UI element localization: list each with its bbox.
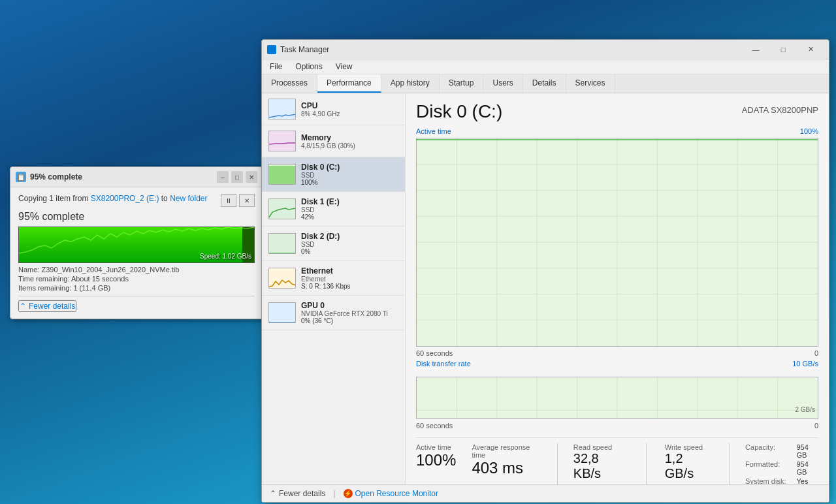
copy-percent-title: 95% complete (18, 211, 255, 223)
transfer-scale-label: 2 GB/s (795, 406, 815, 413)
disk1-usage: 42% (301, 213, 398, 221)
fewer-details-button[interactable]: ⌃ Fewer details (270, 489, 325, 498)
avg-response-value: 403 ms (472, 459, 541, 477)
copy-controls-row: Copying 1 item from SX8200PRO_2 (E:) to … (18, 194, 255, 207)
transfer-rate-grid (417, 377, 818, 418)
svg-rect-7 (269, 303, 296, 323)
task-manager-menubar: File Options View (262, 59, 829, 74)
disk0-info: Disk 0 (C:) SSD 100% (301, 163, 398, 186)
tm-close-button[interactable]: ✕ (797, 42, 824, 57)
tab-performance[interactable]: Performance (317, 74, 381, 93)
tab-app-history[interactable]: App history (381, 74, 440, 93)
task-manager-tabs: Processes Performance App history Startu… (262, 74, 829, 93)
disk2-type: SSD (301, 241, 398, 248)
read-speed-label: Read speed (573, 443, 628, 451)
disk1-name: Disk 1 (E:) (301, 197, 398, 206)
gpu0-name: GPU 0 (301, 301, 398, 310)
copy-source-link[interactable]: SX8200PRO_2 (E:) (91, 194, 159, 203)
menu-file[interactable]: File (267, 61, 285, 72)
gpu0-mini-graph (268, 302, 296, 323)
task-manager-sidebar: CPU 8% 4,90 GHz Memory 4,8/15,9 GB (30%) (262, 93, 406, 484)
speed-stats: Read speed 32,8 KB/s Write speed 1,2 GB/… (573, 443, 713, 484)
task-manager-titlebar: Task Manager — □ ✕ (262, 40, 829, 59)
disk1-type: SSD (301, 206, 398, 213)
chevron-up-icon: ⌃ (270, 489, 276, 498)
tab-services[interactable]: Services (566, 74, 615, 93)
sidebar-item-gpu0[interactable]: GPU 0 NVIDIA GeForce RTX 2080 Ti 0% (36 … (262, 296, 405, 330)
cpu-mini-graph (268, 99, 296, 119)
active-time-max: 100% (800, 127, 818, 135)
svg-rect-3 (269, 166, 296, 184)
tm-maximize-button[interactable]: □ (770, 42, 796, 57)
active-time-stat-label: Active time (416, 443, 456, 451)
write-speed-stat: Write speed 1,2 GB/s (665, 443, 713, 484)
capacity-label: Capacity: (745, 443, 786, 459)
copy-window-controls: – □ ✕ (217, 171, 257, 183)
copy-progress-bar-container: Speed: 1,02 GB/s (18, 227, 255, 263)
disk-title: Disk 0 (C:) (416, 101, 502, 122)
cpu-stat: 8% 4,90 GHz (301, 110, 398, 118)
memory-mini-graph (268, 131, 296, 151)
transfer-rate-footer: 60 seconds 0 (416, 422, 818, 430)
disk-title-text: Disk 0 (C:) (416, 101, 502, 122)
menu-view[interactable]: View (333, 61, 355, 72)
resource-monitor-icon: ⚡ (344, 489, 353, 498)
disk1-info: Disk 1 (E:) SSD 42% (301, 197, 398, 221)
gpu0-model: NVIDIA GeForce RTX 2080 Ti (301, 310, 398, 317)
tab-users[interactable]: Users (483, 74, 522, 93)
avg-response-stat: Average response time 403 ms (472, 443, 541, 484)
menu-options[interactable]: Options (293, 61, 325, 72)
tab-details[interactable]: Details (523, 74, 566, 93)
open-resource-monitor-link[interactable]: ⚡ Open Resource Monitor (344, 489, 438, 498)
tm-minimize-button[interactable]: — (743, 42, 769, 57)
disk-stats-row: Active time 100% Average response time 4… (416, 437, 818, 484)
copy-items-stat: Items remaining: 1 (11,4 GB) (18, 284, 255, 292)
task-manager-icon (267, 45, 276, 54)
cpu-info: CPU 8% 4,90 GHz (301, 101, 398, 118)
chart-zero-label: 0 (814, 349, 818, 357)
stats-separator (557, 443, 558, 484)
copy-maximize-button[interactable]: □ (231, 171, 243, 183)
copy-pause-button[interactable]: ⏸ (221, 194, 236, 207)
copy-fewer-details-button[interactable]: ⌃ Fewer details (18, 300, 76, 312)
sidebar-item-disk1[interactable]: Disk 1 (E:) SSD 42% (262, 192, 405, 227)
sidebar-item-cpu[interactable]: CPU 8% 4,90 GHz (262, 93, 405, 125)
svg-rect-5 (269, 234, 296, 254)
copy-time-stat: Time remaining: About 15 seconds (18, 275, 255, 283)
active-time-footer: 60 seconds 0 (416, 349, 818, 357)
disk0-usage: 100% (301, 179, 398, 186)
copy-cancel-button[interactable]: ✕ (239, 194, 255, 207)
chart2-seconds-label: 60 seconds (416, 422, 453, 430)
speed-separator (646, 443, 647, 484)
sidebar-item-disk2[interactable]: Disk 2 (D:) SSD 0% (262, 227, 405, 261)
chart-seconds-label: 60 seconds (416, 349, 453, 357)
gpu0-info: GPU 0 NVIDIA GeForce RTX 2080 Ti 0% (36 … (301, 301, 398, 324)
formatted-label: Formatted: (745, 460, 786, 476)
read-speed-stat: Read speed 32,8 KB/s (573, 443, 628, 484)
ethernet-type: Ethernet (301, 276, 398, 283)
write-speed-value: 1,2 GB/s (665, 451, 713, 481)
memory-name: Memory (301, 133, 398, 142)
sidebar-item-disk0[interactable]: Disk 0 (C:) SSD 100% (262, 157, 405, 192)
sidebar-item-memory[interactable]: Memory 4,8/15,9 GB (30%) (262, 125, 405, 157)
copy-minimize-button[interactable]: – (217, 171, 229, 183)
copy-description: Copying 1 item from SX8200PRO_2 (E:) to … (18, 194, 208, 203)
tab-startup[interactable]: Startup (440, 74, 484, 93)
left-stats: Active time 100% Average response time 4… (416, 443, 541, 484)
capacity-value: 954 GB (796, 443, 818, 459)
copy-action-buttons: ⏸ ✕ (221, 194, 255, 207)
task-manager-footer: ⌃ Fewer details | ⚡ Open Resource Monito… (262, 484, 829, 502)
copy-dest-link[interactable]: New folder (170, 194, 207, 203)
tab-processes[interactable]: Processes (262, 74, 317, 93)
sidebar-item-ethernet[interactable]: Ethernet Ethernet S: 0 R: 136 Kbps (262, 261, 405, 296)
task-manager-main: Disk 0 (C:) ADATA SX8200PNP Active time … (406, 93, 829, 484)
chevron-up-icon: ⌃ (20, 302, 26, 311)
active-time-grid (417, 138, 818, 346)
task-manager-title-area: Task Manager (267, 45, 329, 54)
task-manager-window: Task Manager — □ ✕ File Options View Pro… (261, 39, 829, 503)
active-time-label: Active time (416, 127, 451, 135)
copy-progress-window: 📋 95% complete – □ ✕ Copying 1 item from… (10, 166, 263, 319)
copy-close-button[interactable]: ✕ (246, 171, 257, 183)
transfer-rate-header: Disk transfer rate 10 GB/s (416, 360, 818, 368)
disk0-mini-graph (268, 164, 296, 185)
